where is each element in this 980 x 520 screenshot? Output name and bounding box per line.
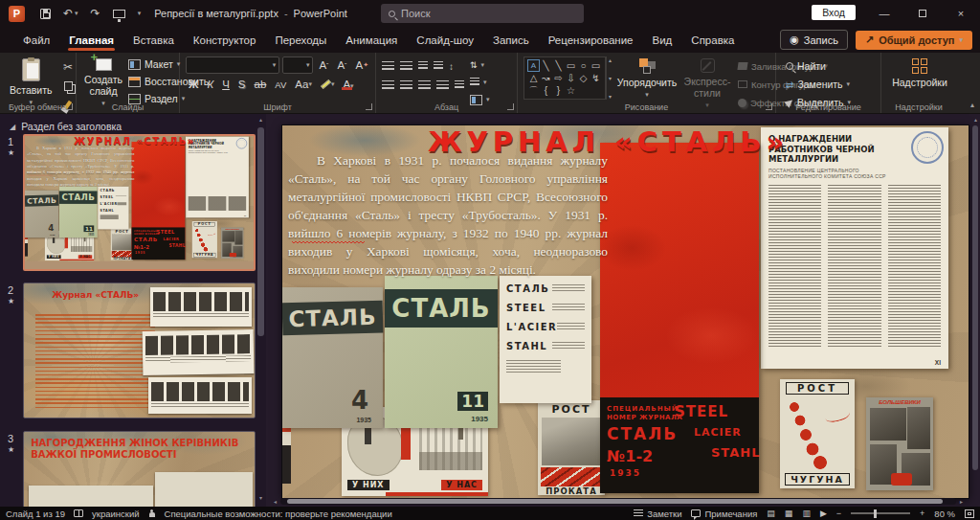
- fit-to-window-button[interactable]: [965, 509, 974, 518]
- zoom-level[interactable]: 80 %: [934, 509, 955, 519]
- image-poster-rost-chuguna[interactable]: РОСТ ЧУГУНА: [780, 379, 855, 488]
- increase-indent-button[interactable]: [434, 61, 443, 71]
- powerpoint-logo-icon[interactable]: P: [9, 6, 25, 22]
- zoom-slider-thumb[interactable]: [874, 509, 877, 518]
- shapes-gallery-scroll[interactable]: ▴▾▾: [606, 57, 612, 100]
- tab-slideshow[interactable]: Слайд-шоу: [407, 30, 483, 51]
- replace-button[interactable]: ⇄Заменить▾: [786, 77, 877, 92]
- reading-view-button[interactable]: ▥: [802, 509, 811, 518]
- image-decree-document[interactable]: О НАГРАЖДЕНИИ РАБОТНИКОВ ЧЕРНОЙ МЕТАЛЛУР…: [761, 127, 948, 369]
- underline-button[interactable]: Ч: [219, 77, 233, 92]
- accessibility-icon[interactable]: [148, 509, 156, 518]
- slide-title[interactable]: ЖУРНАЛ «СТАЛЬ»: [43, 136, 225, 147]
- slide-sorter-view-button[interactable]: ▦: [785, 509, 793, 518]
- undo-button[interactable]: ↶▾: [63, 7, 78, 20]
- image-multilanguage-page[interactable]: СТАЛЬ STEEL L'ACIER STAHL: [98, 187, 128, 230]
- minimize-button[interactable]: —: [865, 0, 903, 27]
- numbering-button[interactable]: [400, 61, 412, 72]
- horizontal-scrollbar-thumb[interactable]: [287, 499, 943, 504]
- font-size-combobox[interactable]: ▾: [282, 57, 313, 74]
- restore-button[interactable]: [903, 0, 942, 27]
- start-slideshow-button[interactable]: [113, 10, 125, 18]
- clear-formatting-button[interactable]: А✦: [352, 57, 371, 73]
- share-button[interactable]: ↗Общий доступ▾: [856, 31, 972, 50]
- image-journal-special-issue[interactable]: СПЕЦИАЛЬНЫЙ НОМЕР ЖУРНАЛА СТАЛЬ №1-2 193…: [132, 142, 186, 260]
- zoom-in-button[interactable]: +: [920, 509, 924, 518]
- section-header[interactable]: ◢ Раздел без заголовка: [10, 121, 122, 132]
- decrease-indent-button[interactable]: [418, 61, 428, 71]
- change-case-button[interactable]: Aa▾: [292, 77, 315, 92]
- proofing-icon[interactable]: [74, 509, 83, 517]
- zoom-out-button[interactable]: −: [836, 509, 841, 518]
- justify-button[interactable]: [436, 80, 449, 91]
- slide-canvas[interactable]: ЖУРНАЛ «СТАЛЬ» В Харкові в 1931 р. почал…: [25, 136, 256, 261]
- align-left-button[interactable]: [382, 80, 394, 91]
- paragraph-dialog-launcher[interactable]: [507, 103, 514, 110]
- align-text-button[interactable]: ▾: [470, 75, 490, 90]
- font-name-combobox[interactable]: ▾: [186, 57, 279, 74]
- bullets-button[interactable]: [382, 61, 394, 72]
- vertical-scrollbar-thumb[interactable]: [972, 125, 978, 470]
- thumbnail-slide-3[interactable]: НАГОРОДЖЕННЯ ЖІНОК КЕРІВНИКІВ ВАЖКОЇ ПРО…: [23, 431, 256, 507]
- image-poster-bolsheviki[interactable]: БОЛЬШЕВИКИ: [221, 227, 244, 259]
- scroll-left-icon[interactable]: ◂: [272, 498, 278, 505]
- slide-counter[interactable]: Слайд 1 из 19: [6, 509, 65, 519]
- customize-quick-access-button[interactable]: ▾: [138, 10, 142, 17]
- redo-button[interactable]: ↷: [91, 7, 100, 20]
- accessibility-status[interactable]: Специальные возможности: проверьте реком…: [165, 509, 392, 519]
- vertical-scrollbar[interactable]: ▴: [972, 116, 979, 491]
- clipboard-dialog-launcher[interactable]: [66, 103, 73, 110]
- columns-button[interactable]: [455, 80, 464, 90]
- tab-home[interactable]: Главная: [59, 30, 123, 51]
- strikethrough-button[interactable]: ab: [252, 77, 270, 92]
- image-poster-bolsheviki[interactable]: БОЛЬШЕВИКИ: [866, 397, 933, 490]
- kerning-button[interactable]: AV: [272, 77, 289, 92]
- panel-scrollbar[interactable]: ▴ ▾: [257, 116, 264, 501]
- search-input[interactable]: Поиск: [381, 4, 584, 23]
- image-poster-rost-prokata[interactable]: РОСТ ПРОКАТА: [111, 228, 134, 260]
- bold-button[interactable]: Ж: [186, 77, 201, 92]
- drawing-dialog-launcher[interactable]: [766, 103, 772, 110]
- line-spacing-button[interactable]: ↕: [449, 61, 454, 72]
- tab-design[interactable]: Конструктор: [184, 30, 266, 51]
- new-slide-button[interactable]: Создать слайд ▾: [82, 57, 124, 109]
- tab-record[interactable]: Запись: [483, 30, 539, 51]
- normal-view-button[interactable]: ▤: [767, 509, 775, 518]
- slide-body-text[interactable]: В Харкові в 1931 р. почалося видання жур…: [27, 145, 134, 188]
- comments-button[interactable]: Примечания: [691, 509, 757, 519]
- close-button[interactable]: ×: [942, 0, 980, 27]
- text-direction-button[interactable]: ⇅▾: [470, 57, 490, 73]
- image-journal-special-issue[interactable]: СПЕЦИАЛЬНЫЙ НОМЕР ЖУРНАЛА СТАЛЬ №1-2 193…: [600, 143, 759, 493]
- language-indicator[interactable]: украинский: [92, 509, 140, 519]
- record-button[interactable]: ◉Запись: [780, 30, 848, 50]
- slide-title[interactable]: ЖУРНАЛ «СТАЛЬ»: [338, 125, 879, 158]
- tab-review[interactable]: Рецензирование: [539, 30, 643, 51]
- panel-scrollbar-thumb[interactable]: [257, 127, 264, 336]
- find-button[interactable]: Найти: [786, 58, 877, 74]
- scroll-right-icon[interactable]: ▸: [958, 498, 965, 505]
- zoom-slider[interactable]: [851, 512, 910, 514]
- tab-insert[interactable]: Вставка: [123, 30, 184, 51]
- image-stal-cover-issue-11[interactable]: СТАЛЬ 11 1935: [385, 276, 498, 428]
- tab-transitions[interactable]: Переходы: [265, 30, 336, 51]
- highlight-button[interactable]: ▾: [318, 77, 338, 92]
- image-poster-rost-chuguna[interactable]: РОСТ ЧУГУНА: [192, 221, 217, 258]
- tab-view[interactable]: Вид: [643, 30, 682, 51]
- font-dialog-launcher[interactable]: [366, 103, 372, 110]
- tab-help[interactable]: Справка: [681, 30, 744, 51]
- undo-dropdown-icon[interactable]: ▾: [75, 10, 78, 17]
- slide-body-text[interactable]: В Харкові в 1931 р. почалося видання жур…: [288, 151, 608, 279]
- image-stal-cover-issue-11[interactable]: СТАЛЬ 11 1935: [59, 187, 98, 237]
- save-button[interactable]: [40, 9, 51, 19]
- image-decree-document[interactable]: О НАГРАЖДЕНИИ РАБОТНИКОВ ЧЕРНОЙ МЕТАЛЛУР…: [186, 137, 249, 218]
- panel-scroll-up-icon[interactable]: ▴: [257, 116, 264, 123]
- italic-button[interactable]: К: [204, 77, 216, 92]
- thumbnail-slide-2[interactable]: Журнал «СТАЛЬ»: [23, 283, 256, 418]
- horizontal-scrollbar[interactable]: ◂ ▸: [272, 498, 965, 505]
- text-shadow-button[interactable]: S: [235, 77, 249, 92]
- grow-font-button[interactable]: Аˆ: [316, 57, 331, 73]
- slide-canvas[interactable]: ЖУРНАЛ «СТАЛЬ» В Харкові в 1931 р. почал…: [282, 125, 969, 498]
- font-color-button[interactable]: А▾: [340, 79, 356, 90]
- copy-button[interactable]: [61, 79, 76, 93]
- tab-animations[interactable]: Анимация: [336, 30, 407, 51]
